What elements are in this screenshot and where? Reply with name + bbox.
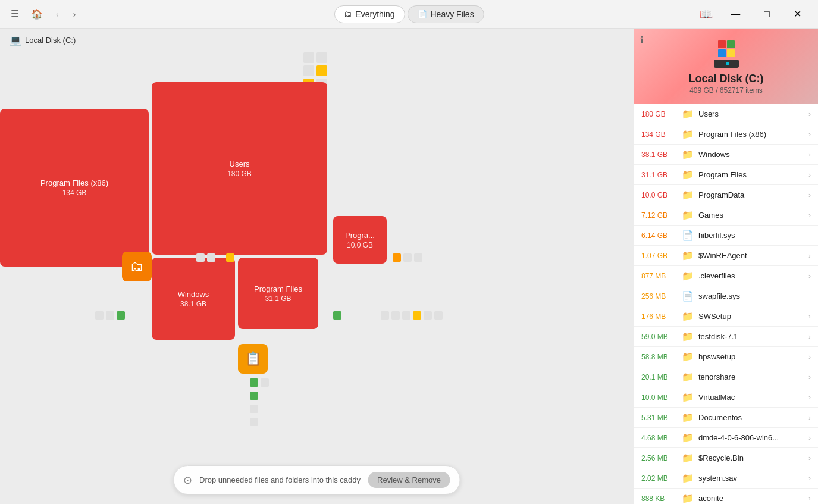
- block-progfiles-size: 31.1 GB: [265, 295, 291, 303]
- file-list-item[interactable]: 2.56 MB📁$Recycle.Bin›: [634, 448, 818, 468]
- file-list-item[interactable]: 877 MB📁.cleverfiles›: [634, 266, 818, 286]
- file-list-item[interactable]: 38.1 GB📁Windows›: [634, 145, 818, 165]
- file-list-item[interactable]: 31.1 GB📁Program Files›: [634, 165, 818, 185]
- file-list-item[interactable]: 20.1 MB📁tenorshare›: [634, 367, 818, 387]
- small-block: [226, 253, 234, 262]
- file-list-item[interactable]: 7.12 GB📁Games›: [634, 205, 818, 226]
- small-block: [261, 378, 269, 387]
- block-users[interactable]: Users 180 GB: [152, 82, 327, 255]
- file-icon: 📁: [682, 392, 694, 403]
- file-list-item[interactable]: 888 KB📁aconite›: [634, 489, 818, 504]
- disk-title: Local Disk (C:): [688, 73, 763, 85]
- menu-icon[interactable]: ☰: [7, 5, 23, 23]
- chevron-right-icon: ›: [808, 434, 811, 442]
- file-list-item[interactable]: 59.0 MB📁testdisk-7.1›: [634, 327, 818, 347]
- block-program-files[interactable]: Program Files 31.1 GB: [238, 258, 318, 329]
- chevron-right-icon: ›: [808, 252, 811, 260]
- file-list-item[interactable]: 5.31 MB📁Documentos›: [634, 408, 818, 428]
- treemap-panel: 💻 Local Disk (C:) Program Files (x86) 13…: [0, 29, 634, 504]
- file-icon: 📁: [682, 209, 694, 221]
- file-list-item[interactable]: 180 GB📁Users›: [634, 104, 818, 124]
- tab-heavy-files-label: Heavy Files: [431, 10, 474, 19]
- file-name: dmde-4-0-6-806-win6...: [698, 433, 806, 442]
- logo-blue: [718, 49, 726, 57]
- forward-button[interactable]: ›: [68, 6, 81, 23]
- chevron-right-icon: ›: [808, 211, 811, 220]
- file-size: 59.0 MB: [641, 333, 677, 341]
- file-size: 58.8 MB: [641, 353, 677, 361]
- file-icon: 📁: [682, 412, 694, 423]
- chevron-right-icon: ›: [808, 110, 811, 118]
- file-icon: 📁: [682, 149, 694, 160]
- chevron-right-icon: ›: [808, 353, 811, 361]
- home-icon[interactable]: 🏠: [27, 5, 46, 23]
- book-icon[interactable]: 📖: [696, 4, 716, 24]
- folder-icon-left[interactable]: 🗂: [122, 252, 152, 281]
- small-block: [414, 253, 422, 262]
- chevron-right-icon: ›: [808, 171, 811, 179]
- review-remove-button[interactable]: Review & Remove: [368, 472, 450, 488]
- disk-subtitle: 409 GB / 652717 items: [689, 86, 763, 95]
- file-name: system.sav: [698, 474, 806, 483]
- disk-icon-container: [714, 40, 739, 68]
- breadcrumb: 💻 Local Disk (C:): [0, 29, 634, 52]
- small-block: [196, 253, 205, 262]
- file-list: 180 GB📁Users›134 GB📁Program Files (x86)›…: [634, 104, 818, 504]
- file-list-item[interactable]: 10.0 GB📁ProgramData›: [634, 185, 818, 205]
- file-size: 38.1 GB: [641, 151, 677, 159]
- block-program-files-x86[interactable]: Program Files (x86) 134 GB: [0, 109, 149, 267]
- file-list-item[interactable]: 58.8 MB📁hpswsetup›: [634, 347, 818, 367]
- small-block: [413, 311, 421, 320]
- file-icon: 📁: [682, 270, 694, 281]
- file-list-item[interactable]: 256 MB📄swapfile.sys: [634, 286, 818, 306]
- file-icon: 📁: [682, 371, 694, 383]
- file-size: 7.12 GB: [641, 211, 677, 220]
- small-block: [403, 253, 412, 262]
- titlebar-right: 📖 — □ ✕: [696, 4, 811, 24]
- chevron-right-icon: ›: [808, 151, 811, 159]
- file-list-item[interactable]: 4.68 MB📁dmde-4-0-6-806-win6...›: [634, 428, 818, 448]
- block-windows[interactable]: Windows 38.1 GB: [152, 258, 235, 340]
- minimize-button[interactable]: —: [721, 5, 750, 23]
- close-button[interactable]: ✕: [784, 5, 811, 23]
- maximize-button[interactable]: □: [754, 5, 779, 23]
- small-block: [303, 52, 314, 63]
- small-block: [106, 311, 114, 320]
- tab-bar: 🗂 Everything 📄 Heavy Files: [334, 5, 484, 23]
- block-programdata[interactable]: Progra... 10.0 GB: [333, 216, 387, 264]
- chevron-right-icon: ›: [808, 333, 811, 341]
- small-block: [316, 65, 327, 76]
- block-programdata-name: Progra...: [345, 231, 375, 240]
- file-size: 10.0 MB: [641, 393, 677, 402]
- treemap-container: Program Files (x86) 134 GB Users 180 GB …: [0, 52, 634, 468]
- file-list-item[interactable]: 2.02 MB📁system.sav›: [634, 468, 818, 489]
- file-list-item[interactable]: 134 GB📁Program Files (x86)›: [634, 124, 818, 145]
- back-button[interactable]: ‹: [51, 6, 64, 23]
- file-list-item[interactable]: 1.07 GB📁$WinREAgent›: [634, 246, 818, 266]
- tab-heavy-files[interactable]: 📄 Heavy Files: [408, 5, 484, 23]
- file-icon: 📁: [682, 452, 694, 464]
- file-list-item[interactable]: 6.14 GB📄hiberfil.sys: [634, 226, 818, 246]
- file-icon: 📁: [682, 351, 694, 362]
- disk-icon: 💻: [10, 35, 21, 46]
- everything-tab-icon: 🗂: [344, 10, 352, 18]
- file-name: VirtualMac: [698, 393, 806, 402]
- small-block: [434, 311, 443, 320]
- chevron-right-icon: ›: [808, 373, 811, 381]
- drive-light: [726, 62, 729, 65]
- info-button[interactable]: ℹ: [640, 35, 644, 46]
- file-name: hpswsetup: [698, 352, 806, 361]
- titlebar-left: ☰ 🏠 ‹ ›: [7, 5, 80, 23]
- file-list-item[interactable]: 10.0 MB📁VirtualMac›: [634, 387, 818, 408]
- logo-red: [718, 40, 726, 48]
- file-icon: 📁: [682, 493, 694, 504]
- file-list-item[interactable]: 176 MB📁SWSetup›: [634, 306, 818, 327]
- file-size: 6.14 GB: [641, 231, 677, 240]
- file-name: Program Files (x86): [698, 130, 806, 139]
- tab-everything[interactable]: 🗂 Everything: [334, 5, 405, 23]
- block-progfilesx86-size: 134 GB: [62, 189, 87, 197]
- breadcrumb-label: Local Disk (C:): [25, 36, 76, 45]
- file-icon: 📁: [682, 432, 694, 443]
- folder-icon-bottom[interactable]: 📋: [238, 344, 268, 374]
- chevron-right-icon: ›: [808, 414, 811, 422]
